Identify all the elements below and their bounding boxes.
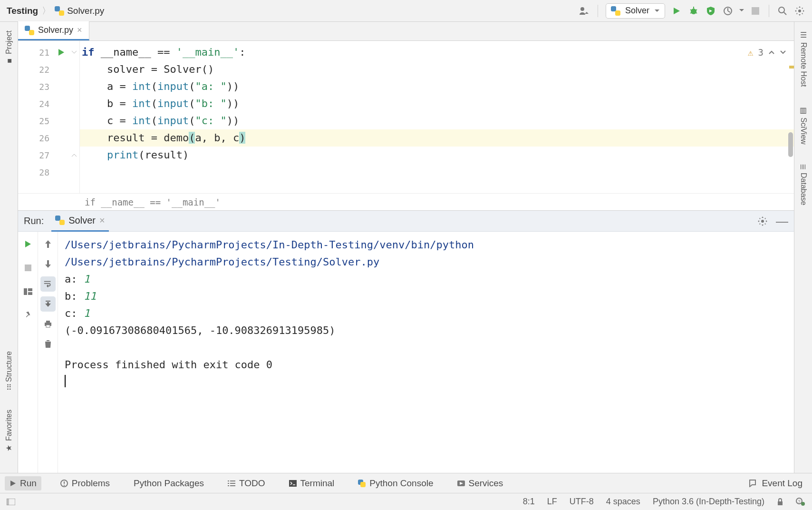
- add-configuration-icon[interactable]: [579, 5, 590, 17]
- next-highlight-icon[interactable]: [780, 50, 786, 55]
- run-tool-header: Run: Solver × —: [18, 211, 794, 232]
- python-console-label: Python Console: [369, 478, 433, 489]
- svg-rect-12: [46, 325, 50, 327]
- console-line: b: 11: [65, 288, 787, 305]
- structure-tool-tab[interactable]: ⠿ Structure: [3, 347, 14, 394]
- fold-end-icon[interactable]: [71, 152, 77, 158]
- line-number[interactable]: 23: [18, 78, 54, 95]
- breadcrumb-file[interactable]: Solver.py: [55, 6, 104, 16]
- line-number[interactable]: 26: [18, 129, 54, 147]
- caret-position[interactable]: 8:1: [523, 497, 535, 507]
- scrollbar-thumb[interactable]: [788, 132, 793, 157]
- close-tab-button[interactable]: ×: [77, 25, 82, 35]
- run-configuration-selector[interactable]: Solver: [606, 3, 665, 19]
- stop-button[interactable]: [750, 5, 761, 17]
- svg-rect-18: [228, 483, 229, 484]
- chevron-right-icon: 〉: [42, 5, 51, 17]
- search-everywhere-button[interactable]: [777, 5, 788, 17]
- profile-button[interactable]: [722, 5, 734, 17]
- readonly-toggle[interactable]: [777, 498, 783, 506]
- database-tool-tab[interactable]: ≣ Database: [798, 160, 809, 209]
- down-stack-button[interactable]: [40, 256, 56, 272]
- tool-windows-toggle[interactable]: [7, 499, 15, 505]
- fold-collapse-icon[interactable]: [71, 49, 77, 55]
- project-label: Project: [5, 30, 13, 54]
- stop-process-button[interactable]: [20, 260, 36, 275]
- python-icon: [611, 6, 620, 16]
- terminal-tool-button[interactable]: Terminal: [284, 476, 339, 490]
- run-line-icon[interactable]: [58, 49, 65, 56]
- console-line: (-0.09167308680401565, -10.9083269131959…: [65, 322, 787, 339]
- run-tool-button[interactable]: Run: [5, 476, 41, 490]
- todo-label: TODO: [239, 478, 265, 489]
- python-console-tool-button[interactable]: Python Console: [353, 476, 438, 490]
- console-line: c: 1: [65, 305, 787, 322]
- line-number[interactable]: 24: [18, 95, 54, 112]
- python-interpreter[interactable]: Python 3.6 (In-Depth-Testing): [653, 497, 764, 507]
- line-number[interactable]: 21: [18, 44, 54, 61]
- run-button[interactable]: [671, 5, 682, 17]
- line-separator[interactable]: LF: [547, 497, 557, 507]
- line-number-gutter[interactable]: 21 22 23 24 25 26 27 28: [18, 41, 54, 193]
- rerun-button[interactable]: [20, 236, 36, 252]
- code-area[interactable]: ⚠ 3 if __name__ == '__main__': solver = …: [80, 41, 794, 193]
- sciview-tool-tab[interactable]: ▥ SciView: [798, 102, 809, 148]
- remote-host-tool-tab[interactable]: ☰ Remote Host: [798, 27, 809, 90]
- python-packages-tool-button[interactable]: Python Packages: [129, 476, 209, 490]
- left-tool-strip: ■ Project ⠿ Structure ★ Favorites: [0, 22, 18, 473]
- run-tool-window: Run: Solver × —: [18, 210, 794, 473]
- run-tab[interactable]: Solver ×: [51, 211, 108, 232]
- todo-tool-button[interactable]: TODO: [223, 476, 270, 490]
- python-file-icon: [55, 6, 64, 16]
- settings-button[interactable]: [794, 5, 805, 17]
- pin-tab-button[interactable]: [20, 308, 36, 323]
- svg-rect-14: [64, 481, 65, 484]
- up-stack-button[interactable]: [40, 236, 56, 252]
- run-toolbar-primary: [18, 232, 38, 473]
- debug-button[interactable]: [688, 5, 699, 17]
- code-editor[interactable]: 21 22 23 24 25 26 27 28 ⚠: [18, 41, 794, 193]
- hide-tool-window-button[interactable]: —: [776, 218, 788, 224]
- prev-highlight-icon[interactable]: [768, 50, 775, 55]
- soft-wrap-button[interactable]: [40, 276, 56, 292]
- breadcrumb[interactable]: Testing 〉 Solver.py: [7, 5, 104, 17]
- run-settings-button[interactable]: [758, 216, 767, 226]
- print-button[interactable]: [40, 316, 56, 332]
- editor-scrollbar[interactable]: [787, 41, 794, 193]
- file-encoding[interactable]: UTF-8: [570, 497, 594, 507]
- scrollbar-marker[interactable]: [789, 66, 794, 69]
- svg-rect-11: [46, 321, 50, 323]
- python-file-icon: [25, 26, 34, 35]
- editor-tab-bar: Solver.py ×: [18, 22, 794, 41]
- terminal-label: Terminal: [300, 478, 335, 489]
- editor-tab[interactable]: Solver.py ×: [18, 21, 89, 40]
- event-log-tool-button[interactable]: Event Log: [744, 476, 807, 490]
- services-tool-button[interactable]: Services: [453, 476, 508, 490]
- layout-button[interactable]: [20, 284, 36, 299]
- breadcrumb-root[interactable]: Testing: [7, 6, 38, 16]
- svg-rect-22: [289, 480, 297, 487]
- services-icon: [457, 480, 465, 487]
- console-output[interactable]: /Users/jetbrains/PycharmProjects/In-Dept…: [58, 232, 794, 473]
- svg-rect-9: [28, 292, 32, 295]
- ide-updates-icon[interactable]: ?: [796, 498, 805, 506]
- indent-config[interactable]: 4 spaces: [606, 497, 640, 507]
- svg-rect-19: [230, 483, 235, 484]
- line-number[interactable]: 27: [18, 147, 54, 164]
- favorites-tool-tab[interactable]: ★ Favorites: [3, 406, 14, 457]
- svg-rect-17: [230, 481, 235, 481]
- code-breadcrumb[interactable]: if __name__ == '__main__': [18, 193, 794, 210]
- clear-all-button[interactable]: [40, 336, 56, 352]
- inspection-widget[interactable]: ⚠ 3: [748, 44, 786, 61]
- play-icon: [10, 480, 16, 487]
- project-tool-tab[interactable]: ■ Project: [4, 27, 14, 69]
- run-with-coverage-button[interactable]: [705, 5, 716, 17]
- line-number[interactable]: 25: [18, 112, 54, 129]
- chevron-down-icon[interactable]: [739, 9, 744, 12]
- close-run-tab[interactable]: ×: [99, 215, 105, 226]
- line-number[interactable]: 22: [18, 61, 54, 78]
- line-number[interactable]: 28: [18, 164, 54, 181]
- run-tab-label: Solver: [68, 215, 96, 226]
- scroll-to-end-button[interactable]: [40, 296, 56, 312]
- problems-tool-button[interactable]: Problems: [56, 476, 115, 490]
